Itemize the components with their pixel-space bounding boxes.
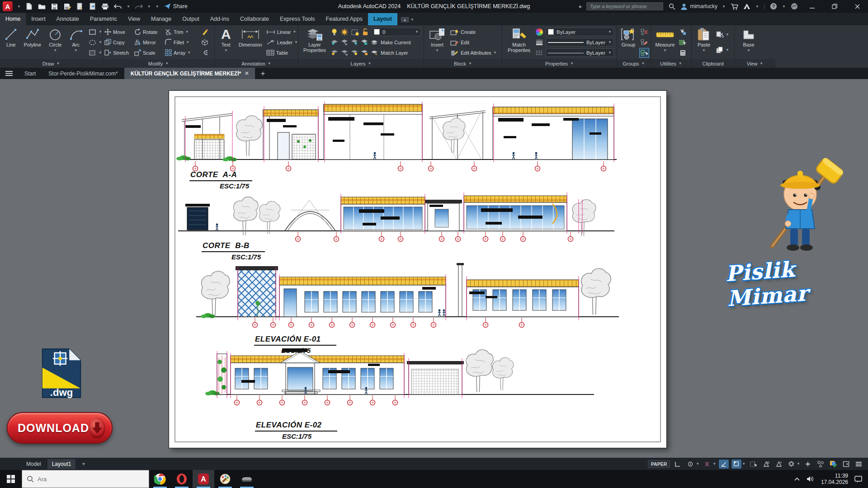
autocad-logo-icon[interactable]: A: [3, 1, 13, 11]
undo-caret-icon[interactable]: ▼: [127, 5, 130, 9]
paint-app-icon[interactable]: [214, 470, 236, 488]
ribbon-collapse-icon[interactable]: ▲: [401, 17, 409, 22]
insights-icon[interactable]: [790, 2, 798, 10]
isolate-objects-icon[interactable]: [816, 460, 826, 469]
new-drawing-tab-button[interactable]: +: [255, 68, 270, 79]
ungroup-button[interactable]: [641, 27, 648, 37]
autodesk-caret-icon[interactable]: ▼: [755, 5, 759, 9]
select-all-button[interactable]: [679, 38, 686, 47]
layer-unlock-icon[interactable]: [362, 28, 368, 36]
object-snap-icon[interactable]: [731, 460, 741, 469]
arc-tool[interactable]: Arc ▼: [66, 25, 85, 59]
layer-isolate-icon[interactable]: [351, 28, 359, 36]
drawing-canvas[interactable]: CORTE A-A ESC:1/75 CORTE B-B ESC:1/75 EL…: [0, 79, 868, 458]
clean-screen-icon[interactable]: [841, 460, 851, 469]
help-icon[interactable]: ?: [769, 2, 778, 10]
keyword-search-input[interactable]: [586, 2, 663, 10]
graphics-performance-icon[interactable]: [828, 460, 838, 469]
autodesk-app-icon[interactable]: [743, 2, 751, 10]
notification-center-icon[interactable]: [854, 475, 863, 483]
layer-state-icon-3[interactable]: [351, 39, 358, 45]
polar-tracking-icon[interactable]: [702, 460, 712, 469]
offset-tool[interactable]: [201, 48, 209, 58]
ortho-mode-icon[interactable]: [719, 460, 729, 469]
erase-tool[interactable]: [201, 27, 209, 37]
ribbon-collapse-caret-icon[interactable]: ▼: [410, 18, 414, 22]
scale-tool[interactable]: Scale: [134, 48, 164, 58]
tab-express-tools[interactable]: Express Tools: [274, 13, 321, 25]
redo-caret-icon[interactable]: ▼: [147, 5, 151, 9]
tab-annotate[interactable]: Annotate: [51, 13, 85, 25]
tab-collaborate[interactable]: Collaborate: [235, 13, 274, 25]
copy-clip-button[interactable]: ▼: [716, 45, 729, 55]
save-icon[interactable]: [51, 2, 59, 10]
rectangle-tool[interactable]: ▼: [89, 27, 102, 37]
gear-caret-icon[interactable]: ▼: [797, 462, 800, 466]
grid-display-icon[interactable]: [673, 460, 683, 469]
tab-featured-apps[interactable]: Featured Apps: [321, 13, 368, 25]
paper-space-badge[interactable]: PAPER: [648, 460, 670, 468]
panel-label-view[interactable]: View▼: [735, 59, 775, 68]
panel-label-annotation[interactable]: Annotation▼: [215, 59, 298, 68]
object-color-dropdown[interactable]: ByLayer▼: [546, 28, 614, 36]
tab-insert[interactable]: Insert: [26, 13, 51, 25]
workspace-icon[interactable]: [76, 2, 84, 10]
opera-app-icon[interactable]: [171, 470, 193, 488]
selection-cycling-icon[interactable]: [748, 460, 758, 469]
tab-home[interactable]: Home: [0, 13, 26, 25]
layer-freeze-icon[interactable]: [341, 28, 348, 36]
search-expand-icon[interactable]: ▶: [579, 5, 582, 9]
snap-mode-icon[interactable]: [685, 460, 695, 469]
move-tool[interactable]: Move: [104, 27, 133, 37]
account-caret-icon[interactable]: ▼: [722, 5, 726, 9]
close-button[interactable]: [848, 0, 866, 13]
table-tool[interactable]: Table: [266, 48, 298, 58]
undo-icon[interactable]: [114, 2, 122, 10]
file-tabs-menu-icon[interactable]: [0, 68, 18, 79]
layer-select-dropdown[interactable]: 0▼: [372, 28, 421, 36]
file-tab-stor-perde[interactable]: Stor-Perde-PislikMimar.com*: [42, 68, 124, 79]
hatch-tool[interactable]: ▼: [89, 48, 102, 58]
taskbar-search[interactable]: [22, 470, 149, 488]
panel-label-utilities[interactable]: Utilities▼: [651, 59, 691, 68]
make-current-icon[interactable]: [371, 39, 378, 45]
layer-on-icon[interactable]: [331, 28, 338, 36]
tab-output[interactable]: Output: [177, 13, 205, 25]
start-button[interactable]: [0, 470, 22, 488]
lineweight-dropdown[interactable]: ByLayer▼: [546, 38, 614, 47]
mirror-tool[interactable]: Mirror: [134, 38, 164, 47]
quick-select-button[interactable]: [679, 27, 686, 37]
panel-label-draw[interactable]: Draw▼: [0, 59, 102, 68]
transmit-icon[interactable]: [89, 2, 97, 10]
explode-tool[interactable]: [201, 38, 209, 47]
chrome-app-icon[interactable]: [149, 470, 171, 488]
match-properties-button[interactable]: Match Properties: [505, 25, 533, 59]
group-button[interactable]: Group: [619, 25, 638, 59]
leader-tool[interactable]: Leader▼: [266, 38, 298, 47]
redo-icon[interactable]: [135, 2, 143, 10]
array-tool[interactable]: Array▼: [165, 48, 198, 58]
file-tab-kultur-genclik[interactable]: KÜLTÜR GENÇLİK GELİŞTİRME MERKEZİ* ✕: [124, 68, 255, 79]
annotation-autoscale-icon[interactable]: [774, 460, 783, 469]
download-button[interactable]: DOWNLOAD: [7, 412, 113, 444]
line-tool[interactable]: Line: [2, 25, 20, 59]
base-view-button[interactable]: Base ▼: [738, 25, 759, 59]
layout-paper-sheet[interactable]: CORTE A-A ESC:1/75 CORTE B-B ESC:1/75 EL…: [169, 90, 667, 448]
trim-tool[interactable]: Trim▼: [165, 27, 198, 37]
tab-layout[interactable]: Layout: [368, 13, 397, 25]
file-tab-close-icon[interactable]: ✕: [245, 70, 249, 76]
panel-label-clipboard[interactable]: Clipboard: [692, 59, 734, 68]
edit-block-button[interactable]: Edit: [450, 38, 497, 47]
help-caret-icon[interactable]: ▼: [782, 5, 786, 9]
snap-caret-icon[interactable]: ▼: [696, 462, 699, 466]
edit-attributes-button[interactable]: Edit Attributes▼: [450, 48, 497, 58]
make-current-button[interactable]: Make Current: [381, 40, 411, 45]
linear-dimension-tool[interactable]: Linear▼: [266, 27, 298, 37]
save-as-icon[interactable]: [63, 2, 71, 10]
layer-tool-icon-3[interactable]: [351, 50, 358, 56]
tab-add-ins[interactable]: Add-ins: [205, 13, 235, 25]
search-icon[interactable]: [668, 2, 676, 10]
autocad-app-icon[interactable]: A: [193, 470, 214, 488]
match-layer-button[interactable]: Match Layer: [381, 50, 408, 56]
tab-parametric[interactable]: Parametric: [85, 13, 123, 25]
